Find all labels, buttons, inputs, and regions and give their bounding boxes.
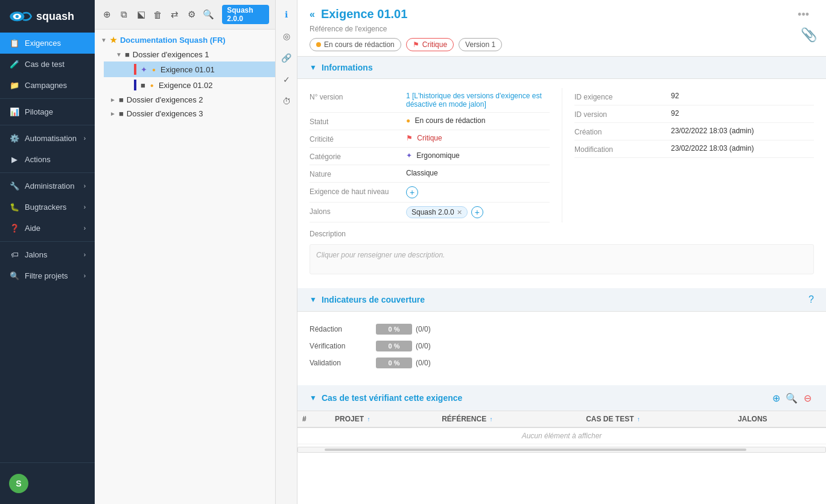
- toolbar-paste-btn[interactable]: ⬕: [135, 7, 148, 22]
- info-grid: N° version 1 [L'historique des versions …: [310, 88, 814, 222]
- sidebar-item-administration[interactable]: 🔧 Administration ›: [0, 175, 95, 197]
- status-badge-label: En cours de rédaction: [324, 40, 395, 49]
- req-color-bar-0102: [134, 80, 136, 90]
- test-cases-search-btn[interactable]: 🔍: [785, 391, 798, 405]
- tree-folder-2[interactable]: ► ■ Dossier d'exigences 2: [95, 93, 275, 107]
- nature-value: Classique: [406, 169, 550, 177]
- logo-area: squash: [0, 0, 95, 33]
- sidebar-item-automatisation[interactable]: ⚙️ Automatisation ›: [0, 128, 95, 149]
- sidebar: squash 📋 Exigences 🧪 Cas de test 📁 Campa…: [0, 0, 95, 504]
- toolbar-copy-btn[interactable]: ⧉: [118, 7, 131, 22]
- categorie-value: ✦ Ergonomique: [406, 151, 550, 160]
- administration-chevron: ›: [84, 183, 86, 189]
- collapse-panel-btn[interactable]: «: [310, 9, 315, 20]
- sidebar-label-campagnes: Campagnes: [25, 81, 86, 90]
- toolbar-delete-btn[interactable]: 🗑: [151, 7, 165, 22]
- info-row-criticite: Criticité ⚑ Critique: [310, 130, 550, 148]
- criticite-badge[interactable]: ⚑ Critique: [406, 38, 454, 51]
- status-badge[interactable]: En cours de rédaction: [310, 38, 401, 51]
- side-icon-check[interactable]: ✓: [278, 71, 295, 88]
- toolbar-search-btn[interactable]: 🔍: [202, 7, 215, 22]
- sidebar-item-jalons[interactable]: 🏷 Jalons ›: [0, 244, 95, 265]
- section-informations-header[interactable]: ▼ Informations: [297, 57, 826, 79]
- n-version-label: N° version: [310, 92, 406, 101]
- req-label-0102: Exigence 01.02: [159, 81, 213, 90]
- jalons-value: Squash 2.0.0 ✕ +: [406, 206, 550, 218]
- section-test-cases-header[interactable]: ▼ Cas de test vérifiant cette exigence ⊕…: [297, 385, 826, 411]
- automatisation-icon: ⚙️: [9, 134, 20, 143]
- folder1-label: Dossier d'exigences 1: [133, 50, 209, 59]
- col-reference-label: RÉFÉRENCE: [442, 415, 486, 423]
- sidebar-item-actions[interactable]: ▶ Actions: [0, 149, 95, 170]
- progress-label-verification: 0 %: [389, 342, 400, 350]
- side-icon-info[interactable]: ℹ: [278, 6, 295, 23]
- info-row-modification: Modification 23/02/2022 18:03 (admin): [574, 140, 814, 158]
- campagnes-icon: 📁: [9, 81, 20, 90]
- divider3: [0, 172, 95, 173]
- version-badge[interactable]: Version 1: [459, 38, 502, 51]
- section-coverage: ▼ Indicateurs de couverture ? Rédaction …: [297, 288, 826, 380]
- tree-item-exigence0101[interactable]: ✦ ● Exigence 01.01: [104, 61, 275, 77]
- info-row-nature: Nature Classique: [310, 165, 550, 183]
- tree-project[interactable]: ▼ ★ Documentation Squash (FR): [95, 33, 275, 48]
- toolbar-settings-btn[interactable]: ⚙: [185, 7, 198, 22]
- sidebar-bottom: S: [0, 462, 95, 504]
- toolbar-transfer-btn[interactable]: ⇄: [168, 7, 182, 22]
- sidebar-item-aide[interactable]: ❓ Aide ›: [0, 218, 95, 239]
- sidebar-item-cas-de-test[interactable]: 🧪 Cas de test: [0, 54, 95, 75]
- col-projet-sort: ↑: [367, 416, 370, 423]
- folder3-icon: ■: [119, 109, 124, 118]
- automatisation-chevron: ›: [84, 135, 86, 142]
- add-haut-niveau-btn[interactable]: +: [406, 186, 418, 198]
- user-avatar[interactable]: S: [9, 474, 28, 493]
- add-jalon-btn[interactable]: +: [471, 206, 483, 218]
- nature-label: Nature: [310, 169, 406, 178]
- jalon-remove-btn[interactable]: ✕: [457, 209, 462, 216]
- req-color-bar-0101: [134, 64, 136, 75]
- criticite-badge-label: Critique: [422, 40, 447, 49]
- coverage-help-icon[interactable]: ?: [809, 294, 814, 305]
- side-icon-target[interactable]: ◎: [278, 28, 295, 45]
- tree-folder-1[interactable]: ▼ ■ Dossier d'exigences 1: [104, 48, 275, 61]
- coverage-label-redaction: Rédaction: [310, 325, 370, 333]
- coverage-title: Indicateurs de couverture: [322, 295, 425, 304]
- sidebar-item-campagnes[interactable]: 📁 Campagnes: [0, 75, 95, 96]
- sidebar-item-bugtrackers[interactable]: 🐛 Bugtrackers ›: [0, 197, 95, 218]
- req-status-dot-0101: ●: [152, 66, 156, 73]
- side-icon-history[interactable]: ⏱: [278, 93, 295, 110]
- tree-folder-3[interactable]: ► ■ Dossier d'exigences 3: [95, 107, 275, 121]
- sidebar-item-filtre-projets[interactable]: 🔍 Filtre projets ›: [0, 265, 95, 286]
- col-header-jalons: JALONS: [733, 411, 826, 427]
- info-row-id-exigence: ID exigence 92: [574, 88, 814, 106]
- test-cases-add-btn[interactable]: ⊕: [769, 391, 783, 405]
- sidebar-item-exigences[interactable]: 📋 Exigences: [0, 33, 95, 54]
- test-cases-remove-btn[interactable]: ⊖: [801, 391, 814, 405]
- table-scrollbar[interactable]: [297, 447, 826, 453]
- col-header-projet[interactable]: PROJET ↑: [330, 411, 437, 427]
- main-header: « Exigence 01.01 ••• Référence de l'exig…: [297, 0, 826, 57]
- col-num-label: #: [302, 415, 307, 423]
- clip-icon[interactable]: 📎: [801, 27, 817, 43]
- section-informations-body: N° version 1 [L'historique des versions …: [297, 79, 826, 283]
- info-col-left: N° version 1 [L'historique des versions …: [310, 88, 562, 222]
- toolbar-add-btn[interactable]: ⊕: [101, 7, 114, 22]
- description-input[interactable]: Cliquer pour renseigner une description.: [310, 244, 814, 274]
- section-coverage-header[interactable]: ▼ Indicateurs de couverture ?: [297, 288, 826, 312]
- col-header-cas-de-test[interactable]: CAS DE TEST ↑: [581, 411, 733, 427]
- sidebar-item-pilotage[interactable]: 📊 Pilotage: [0, 101, 95, 122]
- section-test-cases-body: # PROJET ↑ RÉFÉRENCE ↑ CAS DE TEST: [297, 411, 826, 453]
- coverage-row-validation: Validation 0 % (0/0): [310, 354, 814, 371]
- side-icon-link[interactable]: 🔗: [278, 49, 295, 66]
- folder3-collapse-icon: ►: [110, 110, 116, 117]
- svg-point-2: [16, 15, 19, 18]
- req-label-0101: Exigence 01.01: [160, 65, 215, 74]
- progress-bar-fill-redaction: 0 %: [376, 324, 412, 335]
- jalon-tag-text: Squash 2.0.0: [411, 208, 454, 216]
- progress-bar-validation: 0 % (0/0): [376, 358, 431, 368]
- id-exigence-label: ID exigence: [574, 92, 671, 101]
- version-filter-btn[interactable]: Squash 2.0.0: [222, 5, 269, 24]
- more-options-btn[interactable]: •••: [793, 7, 814, 22]
- tree-item-exigence0102[interactable]: ■ ● Exigence 01.02: [104, 77, 275, 93]
- coverage-toggle-icon: ▼: [310, 295, 317, 304]
- col-header-reference[interactable]: RÉFÉRENCE ↑: [437, 411, 581, 427]
